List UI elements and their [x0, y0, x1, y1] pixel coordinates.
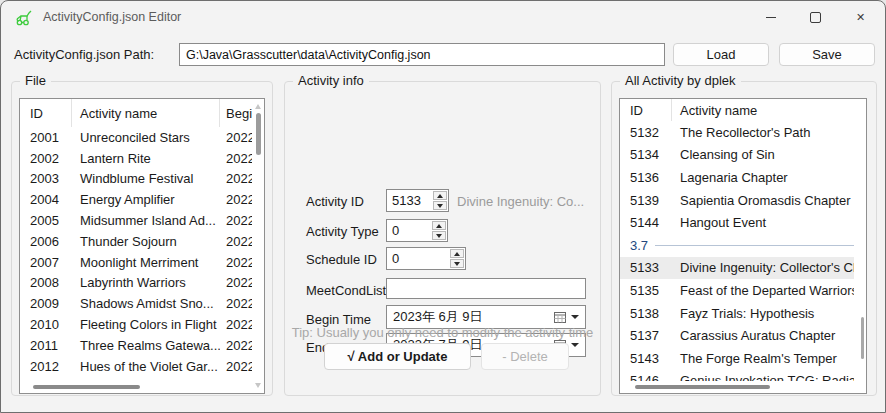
spin-down-button[interactable]: [432, 231, 446, 240]
table-row[interactable]: 2006 Thunder Sojourn 2022: [20, 231, 264, 252]
table-row[interactable]: 2002 Lantern Rite 2022: [20, 148, 264, 169]
spin-up-button[interactable]: [450, 249, 464, 258]
minimize-icon: [766, 17, 776, 18]
chevron-down-icon[interactable]: [571, 315, 579, 319]
all-activity-table: ID Activity name 5132 The Recollector's …: [619, 98, 867, 394]
list-item[interactable]: 5143 The Forge Realm's Temper: [620, 347, 866, 370]
table-row[interactable]: 2004 Energy Amplifier 2022: [20, 189, 264, 210]
activity-type-label: Activity Type: [306, 224, 379, 239]
all-activity-group: All Activity by dplek ID Activity name 5…: [611, 81, 877, 396]
spin-up-icon: [454, 252, 460, 256]
schedule-id-label: Schedule ID: [306, 252, 377, 267]
table-row[interactable]: 2008 Labyrinth Warriors 2022: [20, 273, 264, 294]
save-button[interactable]: Save: [779, 43, 875, 66]
spin-down-icon: [436, 234, 442, 238]
tip-text: Tip: Usually you only need to modify the…: [285, 325, 600, 340]
title-bar: ActivityConfig.json Editor ✕: [1, 1, 885, 33]
scroll-up-icon: [255, 104, 261, 109]
table-row[interactable]: 2001 Unreconciled Stars 2022: [20, 127, 264, 148]
list-item[interactable]: 5144 Hangout Event: [620, 211, 866, 234]
path-input[interactable]: [179, 43, 665, 66]
list-item[interactable]: 5136 Lagenaria Chapter: [620, 166, 866, 189]
all-activity-vertical-scrollbar[interactable]: [854, 99, 866, 393]
table-row[interactable]: 2012 Hues of the Violet Gar... 2022: [20, 356, 264, 377]
minimize-button[interactable]: [748, 1, 793, 33]
calendar-icon: [554, 312, 566, 323]
list-item[interactable]: 5132 The Recollector's Path: [620, 121, 866, 144]
activity-info-group: Activity info Activity ID 5133 Divine In…: [284, 81, 601, 396]
table-row[interactable]: 2011 Three Realms Gatewa... 2022: [20, 335, 264, 356]
spin-down-button[interactable]: [433, 201, 447, 210]
list-item[interactable]: 5133 Divine Ingenuity: Collector's Chapt…: [620, 257, 866, 280]
window-title: ActivityConfig.json Editor: [43, 10, 181, 24]
meetcondlist-input[interactable]: [386, 278, 586, 299]
spin-up-icon: [437, 194, 443, 198]
window-controls: ✕: [748, 1, 883, 33]
scrollbar-thumb[interactable]: [635, 385, 770, 389]
file-group: File ID Activity name Begin Time 2001 Un…: [11, 81, 273, 396]
activity-name-hint: Divine Ingenuity: Co...: [457, 194, 587, 209]
close-icon: ✕: [856, 12, 865, 23]
activity-info-title: Activity info: [293, 73, 369, 88]
file-header-name[interactable]: Activity name: [72, 99, 220, 127]
meetcondlist-label: MeetCondList: [306, 283, 386, 298]
all-activity-title: All Activity by dplek: [620, 73, 741, 88]
add-or-update-button[interactable]: √ Add or Update: [324, 343, 471, 370]
file-header-id[interactable]: ID: [20, 99, 72, 127]
app-window: ActivityConfig.json Editor ✕ ActivityCon…: [0, 0, 886, 413]
spin-down-icon: [454, 262, 460, 266]
close-button[interactable]: ✕: [838, 1, 883, 33]
spin-up-button[interactable]: [432, 221, 446, 230]
spin-up-button[interactable]: [433, 191, 447, 200]
table-row[interactable]: 2010 Fleeting Colors in Flight 2022: [20, 314, 264, 335]
activity-id-spinner[interactable]: 5133: [386, 189, 449, 212]
grasscutter-app-icon: [14, 8, 34, 26]
spin-up-icon: [436, 224, 442, 228]
maximize-button[interactable]: [793, 1, 838, 33]
scrollbar-thumb[interactable]: [861, 317, 864, 359]
spin-down-icon: [437, 204, 443, 208]
activity-id-label: Activity ID: [306, 194, 364, 209]
table-row[interactable]: 2003 Windblume Festival 2022: [20, 169, 264, 190]
all-activity-rows: 5132 The Recollector's Path 5134 Cleansi…: [620, 121, 866, 393]
table-row[interactable]: 2005 Midsummer Island Ad... 2022: [20, 210, 264, 231]
chevron-down-icon[interactable]: [571, 343, 579, 347]
list-item[interactable]: 5137 Carassius Auratus Chapter: [620, 324, 866, 347]
spin-down-button[interactable]: [450, 259, 464, 268]
schedule-id-spinner[interactable]: 0: [386, 247, 466, 270]
activity-type-value[interactable]: 0: [387, 220, 431, 241]
all-header-id[interactable]: ID: [620, 99, 672, 121]
all-activity-horizontal-scrollbar[interactable]: [620, 381, 854, 393]
all-header-name[interactable]: Activity name: [672, 99, 866, 121]
all-activity-header: ID Activity name: [620, 99, 866, 121]
list-item[interactable]: 3.7: [620, 234, 866, 257]
activity-id-value[interactable]: 5133: [387, 190, 432, 211]
activity-type-spinner[interactable]: 0: [386, 219, 448, 242]
schedule-id-value[interactable]: 0: [387, 248, 449, 269]
file-vertical-scrollbar[interactable]: [252, 99, 264, 393]
file-table-header: ID Activity name Begin Time: [20, 99, 264, 127]
maximize-icon: [810, 12, 821, 23]
file-horizontal-scrollbar[interactable]: [20, 381, 252, 393]
list-item[interactable]: 5134 Cleansing of Sin: [620, 144, 866, 167]
list-item[interactable]: 5138 Fayz Trials: Hypothesis: [620, 302, 866, 325]
scrollbar-thumb[interactable]: [256, 113, 261, 155]
delete-button: - Delete: [481, 343, 569, 370]
scrollbar-thumb[interactable]: [33, 385, 140, 389]
file-table-rows: 2001 Unreconciled Stars 2022 2002 Lanter…: [20, 127, 264, 393]
scroll-down-icon: [255, 383, 261, 388]
table-row[interactable]: 2007 Moonlight Merriment 2022: [20, 252, 264, 273]
list-item[interactable]: 5135 Feast of the Departed Warriors: [620, 279, 866, 302]
file-table: ID Activity name Begin Time 2001 Unrecon…: [19, 98, 265, 394]
table-row[interactable]: 2009 Shadows Amidst Sno... 2022: [20, 293, 264, 314]
begin-time-value: 2023年 6月 9日: [393, 308, 554, 326]
path-label: ActivityConfig.json Path:: [14, 47, 154, 62]
file-group-title: File: [20, 73, 51, 88]
list-item[interactable]: 5139 Sapientia Oromasdis Chapter: [620, 189, 866, 212]
load-button[interactable]: Load: [673, 43, 769, 66]
